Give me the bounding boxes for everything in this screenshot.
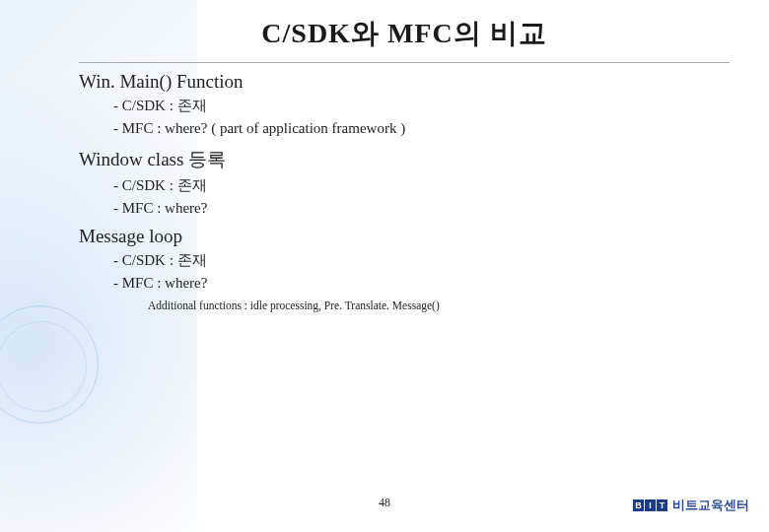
section-window-class: Window class 등록 - C/SDK : 존재 - MFC : whe… [79,147,730,221]
section-winmain: Win. Main() Function - C/SDK : 존재 - MFC … [79,71,730,141]
brand-logo-icon: B I T [633,499,667,511]
slide-content: C/SDK와 MFC의 비교 Win. Main() Function - C/… [0,0,769,311]
title-divider [79,62,730,63]
section-heading: Message loop [79,226,730,247]
bullet-item: - MFC : where? ( part of application fra… [113,117,730,140]
bullet-item: - MFC : where? [113,197,730,220]
bullet-item: - MFC : where? [113,272,730,295]
section-heading: Win. Main() Function [79,71,730,93]
slide-title: C/SDK와 MFC의 비교 [79,15,730,52]
footer-brand: B I T 비트교육센터 [633,497,749,514]
background-circle-decoration [0,305,99,424]
additional-note: Additional functions : idle processing, … [148,299,730,311]
section-message-loop: Message loop - C/SDK : 존재 - MFC : where? [79,226,730,296]
logo-char: I [645,499,656,511]
page-number: 48 [379,496,390,510]
bullet-item: - C/SDK : 존재 [113,249,730,272]
brand-text: 비트교육센터 [672,497,749,514]
section-heading: Window class 등록 [79,147,730,172]
logo-char: B [633,499,644,511]
bullet-item: - C/SDK : 존재 [113,174,730,197]
logo-char: T [657,499,667,511]
bullet-item: - C/SDK : 존재 [113,95,730,117]
